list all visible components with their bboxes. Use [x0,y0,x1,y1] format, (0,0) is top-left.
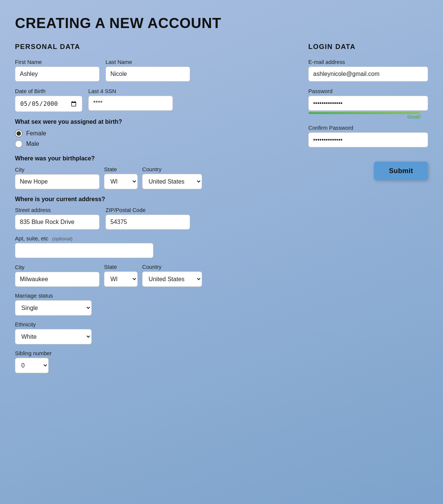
dob-input[interactable] [15,96,82,112]
email-input[interactable] [308,67,428,82]
dob-field: Date of Birth [15,88,82,112]
addr-country-select[interactable]: United States Canada Mexico United Kingd… [142,271,202,287]
sibling-select[interactable]: 0 1 2 3 4 5 [15,358,49,373]
password-input[interactable] [308,96,428,111]
addr-state-select[interactable]: WI ALCA NYTX [104,271,138,287]
password-strength-fill [308,112,421,114]
ethnicity-field: Ethnicity White Black or African America… [15,322,286,344]
marriage-row: Marriage status Single Married Divorced … [15,293,286,316]
marriage-label: Marriage status [15,293,286,299]
sibling-row: Sibling number 0 1 2 3 4 5 [15,350,286,373]
street-field: Street address [15,207,100,230]
password-strength-label: Great! [308,114,421,120]
birthplace-country-select[interactable]: United States Canada Mexico United Kingd… [142,174,202,189]
main-layout: PERSONAL DATA First Name Last Name Date … [15,43,428,379]
birthplace-city-label: City [15,167,100,173]
birthplace-state-field: State WI ALAKAZ ARCACO CTFLGA MNNYTX [104,166,138,189]
sibling-field: Sibling number 0 1 2 3 4 5 [15,350,286,373]
addr-city-input[interactable] [15,272,100,287]
sex-question: What sex were you assigned at birth? [15,119,286,125]
page-title: CREATING A NEW ACCOUNT [15,15,428,31]
first-name-label: First Name [15,59,100,65]
apt-label: Apt, suite, etc (optional) [15,236,286,242]
confirm-password-field: Confirm Password [308,125,428,147]
zip-label: ZIP/Postal Code [106,207,190,213]
ssn-input[interactable] [88,96,173,111]
marriage-select[interactable]: Single Married Divorced Widowed [15,300,92,316]
sex-male-label: Male [26,141,39,147]
password-strength-bar [308,112,421,114]
apt-optional-label: (optional) [52,236,73,242]
ethnicity-select[interactable]: White Black or African American Hispanic… [15,329,92,344]
birthplace-country-label: Country [142,166,202,172]
sex-female-label: Female [26,130,46,137]
addr-state-field: State WI ALCA NYTX [104,264,138,287]
addr-city-field: City [15,264,100,287]
addr-country-label: Country [142,264,202,270]
last-name-field: Last Name [106,59,190,82]
zip-input[interactable] [106,215,190,230]
street-input[interactable] [15,215,100,230]
zip-field: ZIP/Postal Code [106,207,190,230]
first-name-field: First Name [15,59,100,82]
first-name-input[interactable] [15,67,100,82]
confirm-password-input[interactable] [308,132,428,147]
confirm-password-label: Confirm Password [308,125,428,131]
last-name-label: Last Name [106,59,190,65]
birthplace-state-label: State [104,166,138,172]
dob-ssn-row: Date of Birth Last 4 SSN [15,88,286,112]
submit-container: Submit [308,154,428,180]
birthplace-fields: City State WI ALAKAZ ARCACO CTFLGA MNNYT… [15,166,286,189]
birthplace-city-input[interactable] [15,174,100,189]
sex-radio-group: Female Male [15,130,286,148]
last-name-input[interactable] [106,67,190,82]
dob-label: Date of Birth [15,88,82,94]
street-zip-row: Street address ZIP/Postal Code [15,207,286,230]
login-section-title: LOGIN DATA [308,43,428,51]
addr-state-label: State [104,264,138,270]
marriage-field: Marriage status Single Married Divorced … [15,293,286,316]
street-label: Street address [15,207,100,213]
name-row: First Name Last Name [15,59,286,82]
password-field: Password [308,88,428,111]
birthplace-city-field: City [15,167,100,189]
birthplace-question: Where was your birthplace? [15,155,286,162]
sex-male-radio[interactable] [15,140,22,148]
personal-section-title: PERSONAL DATA [15,43,286,51]
submit-button[interactable]: Submit [374,162,428,180]
login-section: LOGIN DATA E-mail address Password Great… [308,43,428,180]
ssn-label: Last 4 SSN [88,88,173,94]
sex-male-option[interactable]: Male [15,140,286,148]
email-label: E-mail address [308,59,428,65]
password-label: Password [308,88,428,94]
sibling-label: Sibling number [15,350,286,356]
addr-country-field: Country United States Canada Mexico Unit… [142,264,202,287]
address-question: Where is your current address? [15,196,286,203]
birthplace-state-select[interactable]: WI ALAKAZ ARCACO CTFLGA MNNYTX [104,174,138,189]
personal-section: PERSONAL DATA First Name Last Name Date … [15,43,286,379]
apt-input[interactable] [15,243,153,258]
sex-female-radio[interactable] [15,130,22,137]
birthplace-country-field: Country United States Canada Mexico Unit… [142,166,202,189]
addr-city-label: City [15,264,100,270]
apt-field: Apt, suite, etc (optional) [15,236,286,258]
sex-female-option[interactable]: Female [15,130,286,137]
addr-city-state-country-row: City State WI ALCA NYTX Country United S… [15,264,286,287]
address-section: Where is your current address? Street ad… [15,196,286,373]
ethnicity-row: Ethnicity White Black or African America… [15,322,286,344]
ssn-field: Last 4 SSN [88,88,173,112]
ethnicity-label: Ethnicity [15,322,286,328]
email-field: E-mail address [308,59,428,82]
